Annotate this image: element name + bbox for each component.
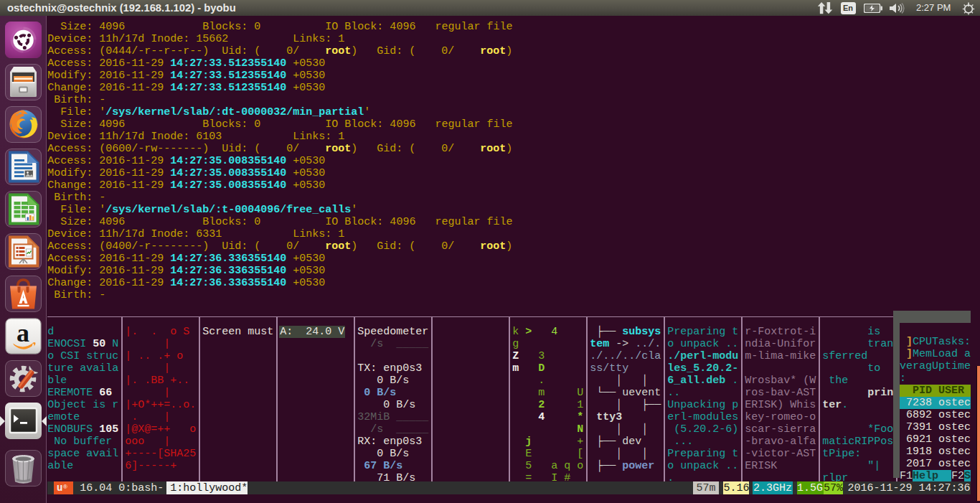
svg-text:a: a [17, 319, 29, 347]
